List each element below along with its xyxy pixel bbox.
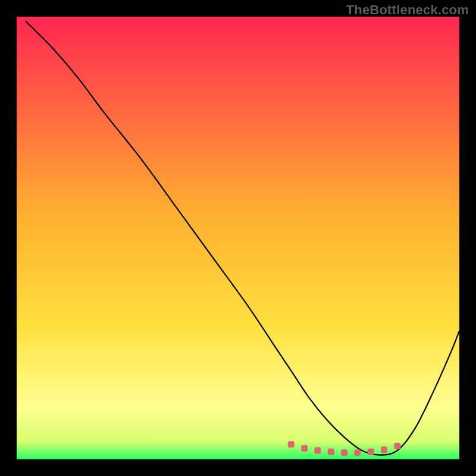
gradient-background [17,17,459,459]
chart-svg [17,17,459,459]
marker-point [368,449,374,455]
marker-point [341,449,347,456]
marker-point [394,443,400,449]
marker-point [328,449,334,455]
chart-frame: TheBottleneck.com [0,0,476,476]
marker-point [314,447,321,454]
marker-point [301,445,308,452]
plot-area [17,17,459,459]
marker-point [381,446,387,453]
marker-point [354,449,361,456]
watermark-text: TheBottleneck.com [346,2,469,18]
marker-point [288,441,295,447]
